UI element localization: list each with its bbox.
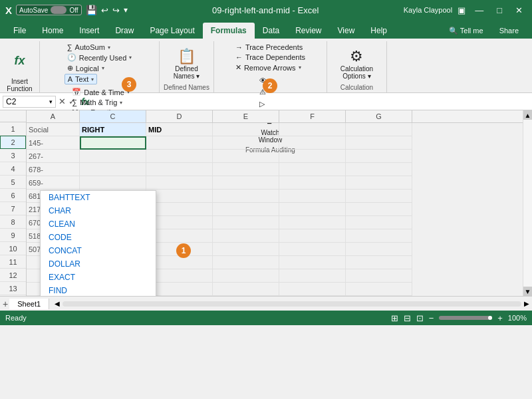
cell-e9[interactable] <box>213 229 279 243</box>
add-sheet-btn[interactable]: + <box>3 299 8 309</box>
date-time-btn[interactable]: 📅 Date & Time ▾ <box>69 87 132 97</box>
tab-review[interactable]: Review <box>287 23 329 39</box>
cell-g2[interactable] <box>346 136 412 150</box>
cell-d2[interactable] <box>146 136 213 150</box>
cell-g1[interactable] <box>346 123 412 136</box>
cell-a1[interactable]: Social <box>27 123 80 136</box>
name-box[interactable]: C2 ▾ <box>3 96 56 108</box>
cell-f9[interactable] <box>279 229 346 243</box>
recently-used-btn[interactable]: 🕐 Recently Used ▾ <box>65 53 135 63</box>
cell-e13[interactable] <box>213 283 279 296</box>
cancel-formula-icon[interactable]: ✕ <box>59 96 66 106</box>
cell-d3[interactable] <box>146 150 213 163</box>
cell-d13[interactable] <box>146 283 213 296</box>
cell-f12[interactable] <box>279 269 346 283</box>
fn-clean[interactable]: CLEAN <box>41 217 156 231</box>
cell-d7[interactable] <box>146 203 213 216</box>
col-a-header[interactable]: A <box>27 110 80 122</box>
cell-e8[interactable] <box>213 216 279 229</box>
zoom-in-icon[interactable]: + <box>497 313 503 323</box>
minimize-btn[interactable]: — <box>471 4 487 17</box>
insert-function-btn[interactable]: Insert Function <box>4 78 35 92</box>
hscroll-track[interactable] <box>63 301 521 307</box>
cell-c2[interactable] <box>80 136 146 150</box>
formula-input[interactable] <box>92 97 529 106</box>
cell-d8[interactable] <box>146 216 213 229</box>
col-d-header[interactable]: D <box>146 110 213 122</box>
tab-draw[interactable]: Draw <box>107 23 142 39</box>
cell-c1[interactable]: RIGHT <box>80 123 146 136</box>
autosave-badge[interactable]: AutoSave Off <box>16 5 82 15</box>
cell-e4[interactable] <box>213 163 279 176</box>
view-normal-icon[interactable]: ⊞ <box>391 313 398 323</box>
col-g-header[interactable]: G <box>346 110 412 122</box>
tab-help[interactable]: Help <box>362 23 395 39</box>
cell-f10[interactable] <box>279 243 346 256</box>
cell-a3[interactable]: 267- <box>27 150 80 163</box>
tell-me[interactable]: 🔍 Tell me <box>441 23 491 39</box>
calculation-options-btn[interactable]: ⚙ Calculation Options ▾ <box>336 47 377 81</box>
vscroll-down[interactable]: ▼ <box>523 287 533 296</box>
redo-btn[interactable]: ↪ <box>112 5 120 15</box>
col-c-header[interactable]: C <box>80 110 146 122</box>
cell-e12[interactable] <box>213 269 279 283</box>
customizer-icon[interactable]: ▾ <box>124 5 128 15</box>
name-box-arrow[interactable]: ▾ <box>49 98 53 105</box>
cell-g5[interactable] <box>346 176 412 190</box>
zoom-slider[interactable] <box>439 316 492 320</box>
cell-d5[interactable] <box>146 176 213 190</box>
cell-g4[interactable] <box>346 163 412 176</box>
cell-f4[interactable] <box>279 163 346 176</box>
tab-page-layout[interactable]: Page Layout <box>142 23 202 39</box>
cell-g10[interactable] <box>346 243 412 256</box>
cell-f1[interactable] <box>279 123 346 136</box>
sheet-tab-1[interactable]: Sheet1 <box>9 299 49 309</box>
view-break-icon[interactable]: ⊡ <box>416 313 424 323</box>
fn-concat[interactable]: CONCAT <box>41 244 156 257</box>
hscroll-right[interactable]: ▶ <box>524 300 529 307</box>
cell-f5[interactable] <box>279 176 346 190</box>
cell-c3[interactable] <box>80 150 146 163</box>
cell-e1[interactable] <box>213 123 279 136</box>
trace-dependents-btn[interactable]: ← Trace Dependents <box>233 53 308 62</box>
cell-g3[interactable] <box>346 150 412 163</box>
ribbon-toggle-icon[interactable]: ▣ <box>458 5 466 15</box>
share-btn[interactable]: Share <box>491 23 527 39</box>
fn-bahttext[interactable]: BAHTTEXT <box>41 191 156 204</box>
cell-c4[interactable] <box>80 163 146 176</box>
zoom-out-icon[interactable]: − <box>429 313 434 323</box>
cell-g11[interactable] <box>346 256 412 269</box>
col-f-header[interactable]: F <box>279 110 346 122</box>
cell-g6[interactable] <box>346 190 412 203</box>
cell-d12[interactable] <box>146 269 213 283</box>
tab-insert[interactable]: Insert <box>71 23 107 39</box>
trace-precedents-btn[interactable]: → Trace Precedents <box>233 43 305 52</box>
save-icon[interactable]: 💾 <box>86 5 97 15</box>
cell-e5[interactable] <box>213 176 279 190</box>
cell-c5[interactable] <box>80 176 146 190</box>
cell-f8[interactable] <box>279 216 346 229</box>
cell-g13[interactable] <box>346 283 412 296</box>
math-btn[interactable]: ∑ Math & Trig ▾ <box>69 98 125 107</box>
cell-a5[interactable]: 659- <box>27 176 80 190</box>
view-layout-icon[interactable]: ⊟ <box>404 313 411 323</box>
fn-char[interactable]: CHAR <box>41 204 156 217</box>
tab-data[interactable]: Data <box>255 23 287 39</box>
cell-e6[interactable] <box>213 190 279 203</box>
cell-e7[interactable] <box>213 203 279 216</box>
text-btn[interactable]: A Text ▾ <box>65 74 98 84</box>
cell-d9[interactable] <box>146 229 213 243</box>
defined-names-btn[interactable]: 📋 Defined Names ▾ <box>170 47 203 81</box>
cell-f2[interactable] <box>279 136 346 150</box>
cell-e2[interactable] <box>213 136 279 150</box>
cell-d11[interactable] <box>146 256 213 269</box>
cell-d10[interactable] <box>146 243 213 256</box>
vscroll-up[interactable]: ▲ <box>523 110 533 120</box>
close-btn[interactable]: ✕ <box>511 4 527 17</box>
cell-e3[interactable] <box>213 150 279 163</box>
show-formulas-btn[interactable]: 👁 <box>255 75 285 86</box>
remove-arrows-btn[interactable]: ✕ Remove Arrows ▾ <box>233 63 304 72</box>
fn-find[interactable]: FIND <box>41 284 156 296</box>
tab-formulas[interactable]: Formulas <box>203 23 255 39</box>
cell-d6[interactable] <box>146 190 213 203</box>
